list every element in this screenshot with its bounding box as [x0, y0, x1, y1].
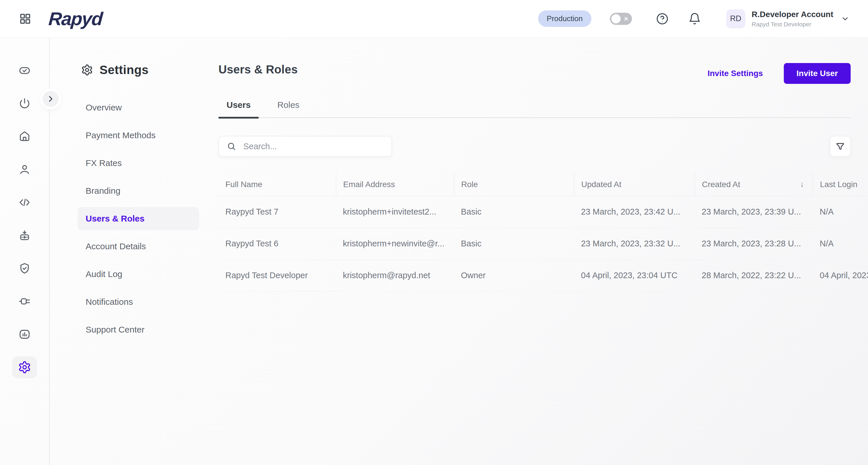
home-icon: [18, 130, 31, 143]
topbar: Rapyd Production × RD R.Developer Accoun…: [0, 0, 868, 38]
cell-full-name: Rapyd Test Developer: [218, 260, 336, 291]
settings-item-fx-rates[interactable]: FX Rates: [78, 152, 199, 175]
search-input[interactable]: [243, 142, 384, 151]
cell-last-login: N/A: [813, 228, 868, 259]
tab-users[interactable]: Users: [218, 100, 259, 118]
environment-badge: Production: [538, 10, 591, 27]
settings-item-support-center[interactable]: Support Center: [78, 318, 199, 341]
cell-created-at: 23 March, 2023, 23:39 U...: [695, 196, 813, 228]
filter-funnel-icon: [835, 141, 845, 152]
app-shell: Settings Overview Payment Methods FX Rat…: [0, 38, 868, 465]
cell-created-at: 28 March, 2022, 23:22 U...: [695, 260, 813, 291]
cell-full-name: Raypyd Test 7: [218, 196, 336, 228]
help-icon[interactable]: [656, 12, 669, 26]
sidebar-item-collect[interactable]: [12, 224, 37, 246]
code-icon: [18, 196, 31, 209]
settings-item-account-details[interactable]: Account Details: [78, 235, 199, 258]
collect-payin-icon: [18, 229, 31, 242]
settings-item-overview[interactable]: Overview: [78, 96, 199, 119]
search-icon: [226, 141, 237, 151]
toggle-off-label: ×: [624, 15, 628, 22]
account-menu[interactable]: RD R.Developer Account Rapyd Test Develo…: [726, 9, 849, 28]
cell-updated-at: 23 March, 2023, 23:32 U...: [574, 228, 695, 259]
invite-user-button[interactable]: Invite User: [784, 63, 850, 84]
settings-item-branding[interactable]: Branding: [78, 179, 199, 202]
user-icon: [18, 163, 31, 176]
tabs: Users Roles: [218, 100, 850, 118]
main-content: Users & Roles Invite Settings Invite Use…: [214, 38, 868, 465]
cell-role: Basic: [454, 228, 574, 259]
shield-check-icon: [18, 262, 31, 275]
table-row[interactable]: Raypyd Test 7 kristopherm+invitetest2...…: [218, 196, 868, 228]
column-header-last-login[interactable]: Last Login: [813, 173, 868, 196]
environment-toggle[interactable]: ×: [610, 13, 632, 25]
sidebar-expand-button[interactable]: [42, 91, 59, 107]
cell-email: kristopherm@rapyd.net: [336, 260, 454, 291]
search-box[interactable]: [218, 136, 392, 157]
table-row[interactable]: Raypyd Test 6 kristopherm+newinvite@r...…: [218, 228, 868, 260]
page-title: Users & Roles: [218, 63, 298, 76]
cell-full-name: Raypyd Test 6: [218, 228, 336, 259]
sidebar-item-customers[interactable]: [12, 159, 37, 180]
gear-icon: [18, 361, 31, 374]
table-header-row: Full Name Email Address Role Updated At …: [218, 173, 868, 196]
bar-chart-icon: [18, 328, 31, 341]
sidebar-item-verify[interactable]: [12, 60, 37, 81]
sidebar-item-analytics[interactable]: [12, 323, 37, 345]
sidebar-icon-rail: [0, 38, 50, 465]
settings-menu: Overview Payment Methods FX Rates Brandi…: [78, 94, 214, 343]
cell-role: Basic: [454, 196, 574, 228]
column-header-updated-at[interactable]: Updated At: [574, 173, 695, 196]
chevron-down-icon: [841, 14, 849, 23]
sidebar-item-compliance[interactable]: [12, 257, 37, 279]
account-subtitle: Rapyd Test Developer: [752, 21, 833, 28]
tab-roles[interactable]: Roles: [269, 100, 308, 118]
notifications-bell-icon[interactable]: [688, 12, 701, 26]
sort-descending-icon[interactable]: ↓: [800, 180, 806, 189]
toggle-knob: [611, 14, 621, 24]
settings-item-payment-methods[interactable]: Payment Methods: [78, 124, 199, 147]
sidebar-item-home[interactable]: [12, 126, 37, 147]
column-header-full-name[interactable]: Full Name: [218, 173, 336, 196]
invite-settings-link[interactable]: Invite Settings: [707, 69, 763, 78]
settings-nav: Settings Overview Payment Methods FX Rat…: [50, 38, 214, 465]
sidebar-item-activate[interactable]: [12, 93, 37, 114]
sidebar-item-integrations[interactable]: [12, 290, 37, 312]
cell-last-login: N/A: [813, 196, 868, 228]
filter-button[interactable]: [830, 136, 850, 157]
column-header-created-at[interactable]: Created At ↓: [695, 173, 813, 196]
cell-last-login: 04 April, 2023: [813, 260, 868, 291]
avatar: RD: [726, 9, 745, 28]
settings-item-audit-log[interactable]: Audit Log: [78, 263, 199, 286]
rapyd-logo[interactable]: Rapyd: [48, 8, 103, 30]
account-name: R.Developer Account: [752, 9, 833, 20]
cell-updated-at: 23 March, 2023, 23:42 U...: [574, 196, 695, 228]
cell-created-at: 23 March, 2023, 23:28 U...: [695, 228, 813, 259]
sidebar-item-settings[interactable]: [12, 356, 37, 378]
column-header-email[interactable]: Email Address: [336, 173, 454, 196]
settings-gear-icon: [81, 64, 93, 76]
sidebar-item-developers[interactable]: [12, 192, 37, 213]
apps-grid-icon[interactable]: [19, 12, 32, 26]
verify-check-icon: [18, 64, 31, 77]
cell-updated-at: 04 April, 2023, 23:04 UTC: [574, 260, 695, 291]
settings-title: Settings: [99, 63, 149, 77]
cell-email: kristopherm+invitetest2...: [336, 196, 454, 228]
settings-item-notifications[interactable]: Notifications: [78, 290, 199, 313]
cell-role: Owner: [454, 260, 574, 291]
table-row[interactable]: Rapyd Test Developer kristopherm@rapyd.n…: [218, 260, 868, 292]
column-header-role[interactable]: Role: [454, 173, 574, 196]
plug-icon: [18, 295, 31, 308]
users-table: Full Name Email Address Role Updated At …: [218, 173, 868, 292]
settings-item-users-roles[interactable]: Users & Roles: [78, 207, 199, 230]
cell-email: kristopherm+newinvite@r...: [336, 228, 454, 259]
power-icon: [18, 97, 31, 110]
